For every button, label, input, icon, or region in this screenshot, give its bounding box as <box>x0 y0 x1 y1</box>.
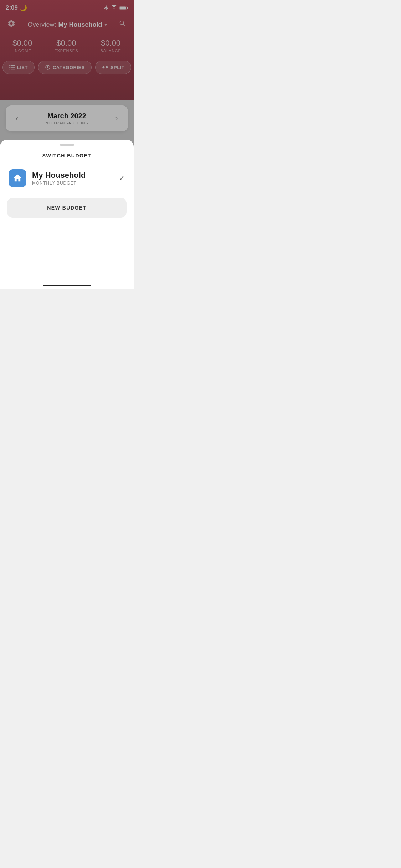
budget-name: My Household <box>32 171 113 180</box>
new-budget-button[interactable]: NEW BUDGET <box>7 198 127 218</box>
budget-icon-container <box>9 169 26 187</box>
budget-info: My Household MONTHLY BUDGET <box>32 171 113 186</box>
budget-item-my-household[interactable]: My Household MONTHLY BUDGET ✓ <box>0 162 134 194</box>
home-indicator <box>43 285 91 286</box>
budget-type: MONTHLY BUDGET <box>32 181 113 186</box>
modal-sheet: SWITCH BUDGET My Household MONTHLY BUDGE… <box>0 140 134 289</box>
new-budget-label: NEW BUDGET <box>47 205 87 211</box>
modal-title: SWITCH BUDGET <box>0 146 134 162</box>
house-icon <box>12 173 22 183</box>
budget-checkmark: ✓ <box>119 174 125 183</box>
